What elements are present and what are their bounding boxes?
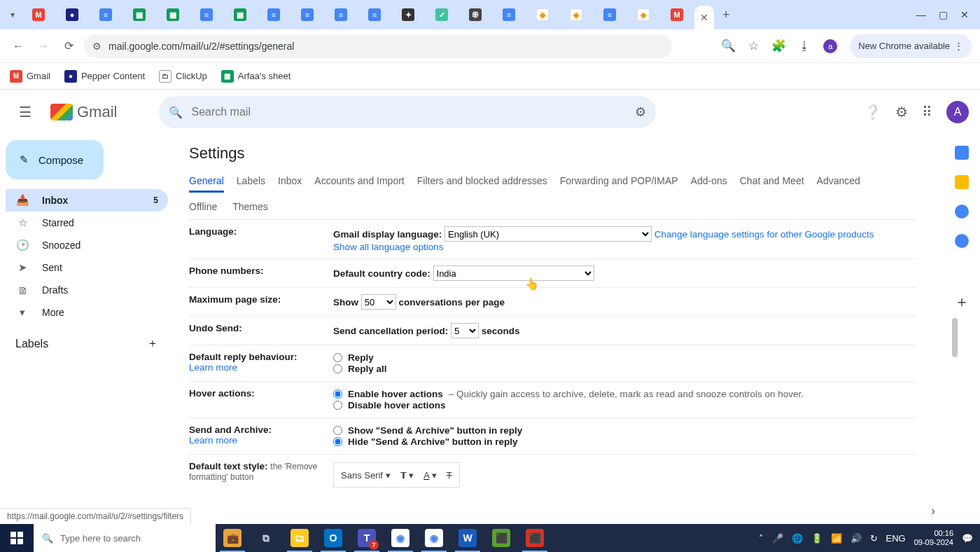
tray-overflow-icon[interactable]: ˄ bbox=[759, 533, 764, 544]
sidepanel-collapse-icon[interactable]: › bbox=[931, 504, 935, 518]
tab-favicon[interactable]: ● bbox=[66, 8, 78, 21]
contacts-icon[interactable] bbox=[955, 234, 969, 248]
tab-inbox[interactable]: Inbox bbox=[278, 171, 302, 193]
tab-favicon-docs[interactable]: ≡ bbox=[267, 8, 280, 21]
sidebar-item-starred[interactable]: ☆Starred bbox=[6, 212, 168, 234]
add-label-icon[interactable]: ＋ bbox=[147, 336, 158, 351]
enable-hover-radio[interactable] bbox=[333, 389, 342, 399]
tab-themes[interactable]: Themes bbox=[232, 197, 268, 216]
bookmark-star-icon[interactable]: ☆ bbox=[748, 39, 759, 53]
sidebar-item-drafts[interactable]: 🗎Drafts bbox=[6, 279, 168, 301]
taskbar-app-recorder[interactable]: ⬛ bbox=[518, 524, 552, 552]
taskbar-app-word[interactable]: W bbox=[451, 524, 484, 552]
disable-hover-radio[interactable] bbox=[333, 401, 342, 410]
undo-select[interactable]: 5 bbox=[451, 323, 479, 338]
page-size-select[interactable]: 50 bbox=[361, 294, 396, 310]
learn-more-link[interactable]: Learn more bbox=[189, 362, 333, 373]
support-icon[interactable]: ❔ bbox=[864, 104, 881, 120]
bookmark-sheet[interactable]: ▦ Arfaa's sheet bbox=[221, 70, 290, 83]
compose-button[interactable]: ✎ Compose bbox=[6, 140, 104, 179]
country-select[interactable]: India bbox=[433, 265, 594, 281]
show-all-languages-link[interactable]: Show all language options bbox=[333, 242, 444, 252]
tab-general[interactable]: General bbox=[189, 171, 224, 193]
tab-accounts-and-import[interactable]: Accounts and Import bbox=[314, 171, 404, 193]
account-avatar[interactable]: A bbox=[946, 101, 969, 123]
taskbar-app-chrome-2[interactable]: ◉ bbox=[417, 524, 451, 552]
tab-favicon[interactable]: ◆ bbox=[536, 8, 549, 21]
volume-icon[interactable]: 🔊 bbox=[850, 533, 862, 544]
taskbar-search[interactable]: 🔍 Type here to search bbox=[34, 524, 216, 552]
search-input[interactable] bbox=[191, 106, 626, 118]
gmail-logo[interactable]: Gmail bbox=[50, 103, 117, 121]
maximize-button[interactable]: ▢ bbox=[939, 9, 948, 20]
scrollbar-thumb[interactable] bbox=[952, 318, 958, 357]
chrome-update-pill[interactable]: New Chrome available ⋮ bbox=[850, 34, 972, 58]
sidebar-item-more[interactable]: ▾More bbox=[6, 301, 168, 324]
reload-button[interactable]: ⟳ bbox=[59, 39, 78, 53]
tab-favicon-docs[interactable]: ≡ bbox=[99, 8, 112, 21]
extensions-icon[interactable]: 🧩 bbox=[771, 39, 786, 53]
change-language-link[interactable]: Change language settings for other Googl… bbox=[654, 229, 874, 240]
tab-favicon[interactable]: ◆ bbox=[570, 8, 582, 21]
bookmark-clickup[interactable]: 🗀 ClickUp bbox=[159, 70, 207, 83]
tab-favicon[interactable]: ◆ bbox=[637, 8, 650, 21]
sidebar-item-inbox[interactable]: 📥Inbox5 bbox=[6, 189, 168, 212]
tab-favicon-docs[interactable]: ≡ bbox=[200, 8, 213, 21]
remove-formatting-icon[interactable]: T bbox=[447, 470, 452, 481]
minimize-button[interactable]: — bbox=[916, 9, 926, 20]
close-window-button[interactable]: ✕ bbox=[960, 9, 969, 20]
address-bar[interactable]: ⚙ mail.google.com/mail/u/2/#settings/gen… bbox=[84, 34, 672, 58]
taskbar-app-explorer[interactable]: 💼 bbox=[216, 524, 249, 552]
google-apps-icon[interactable]: ⠿ bbox=[922, 104, 932, 120]
close-tab-icon[interactable]: ✕ bbox=[700, 12, 708, 23]
site-info-icon[interactable]: ⚙ bbox=[92, 41, 102, 52]
tab-favicon-sheets[interactable]: ▦ bbox=[234, 8, 246, 21]
tab-favicon-sheets[interactable]: ▦ bbox=[167, 8, 179, 21]
new-tab-button[interactable]: + bbox=[715, 8, 737, 22]
notifications-icon[interactable]: 💬 bbox=[962, 533, 973, 544]
tab-add-ons[interactable]: Add-ons bbox=[691, 171, 727, 193]
active-tab[interactable]: ✕ bbox=[694, 6, 714, 29]
font-size-dropdown[interactable]: 𝗧 ▾ bbox=[400, 470, 414, 481]
tab-favicon[interactable]: ✦ bbox=[402, 8, 414, 21]
tab-favicon-docs[interactable]: ≡ bbox=[301, 8, 314, 21]
start-button[interactable] bbox=[0, 524, 34, 552]
search-options-icon[interactable]: ⚙ bbox=[635, 104, 646, 120]
battery-icon[interactable]: 🔋 bbox=[811, 533, 822, 544]
bookmark-pepper[interactable]: ● Pepper Content bbox=[64, 70, 145, 83]
tab-overflow-caret[interactable]: ▾ bbox=[4, 10, 21, 20]
show-send-archive-radio[interactable] bbox=[333, 426, 342, 435]
tab-chat-and-meet[interactable]: Chat and Meet bbox=[740, 171, 804, 193]
tab-favicon-gmail[interactable]: M bbox=[671, 8, 683, 21]
hide-send-archive-radio[interactable] bbox=[333, 437, 342, 446]
calendar-icon[interactable] bbox=[955, 146, 969, 160]
hamburger-menu-icon[interactable]: ☰ bbox=[11, 104, 39, 120]
search-bar[interactable]: 🔍 ⚙ bbox=[159, 96, 656, 128]
tasks-icon[interactable] bbox=[955, 205, 969, 219]
kebab-menu-icon[interactable]: ⋮ bbox=[954, 41, 963, 51]
reply-all-radio[interactable] bbox=[333, 364, 342, 373]
sync-icon[interactable]: ↻ bbox=[870, 533, 878, 544]
chrome-profile-avatar[interactable]: a bbox=[823, 39, 837, 53]
font-family-dropdown[interactable]: Sans Serif ▾ bbox=[341, 470, 391, 481]
downloads-icon[interactable]: ⭳ bbox=[799, 39, 811, 53]
tab-filters-and-blocked-addresses[interactable]: Filters and blocked addresses bbox=[417, 171, 547, 193]
language-indicator[interactable]: ENG bbox=[886, 533, 906, 544]
tab-favicon-docs[interactable]: ≡ bbox=[503, 8, 515, 21]
tab-favicon[interactable]: ✓ bbox=[435, 8, 448, 21]
taskbar-app-taskview[interactable]: ⧉ bbox=[249, 524, 283, 552]
tab-advanced[interactable]: Advanced bbox=[817, 171, 860, 193]
tab-favicon-sheets[interactable]: ▦ bbox=[133, 8, 146, 21]
keep-icon[interactable] bbox=[955, 175, 969, 189]
language-select[interactable]: English (UK) bbox=[444, 226, 652, 242]
tab-labels[interactable]: Labels bbox=[237, 171, 265, 193]
tab-favicon-docs[interactable]: ≡ bbox=[368, 8, 381, 21]
learn-more-link[interactable]: Learn more bbox=[189, 435, 333, 446]
tab-favicon-docs[interactable]: ≡ bbox=[603, 8, 616, 21]
taskbar-app-teams[interactable]: T7 bbox=[350, 524, 384, 552]
settings-gear-icon[interactable]: ⚙ bbox=[895, 104, 908, 120]
tab-favicon-openai[interactable]: ֍ bbox=[469, 8, 482, 21]
bookmark-gmail[interactable]: M Gmail bbox=[10, 70, 50, 83]
globe-icon[interactable]: 🌐 bbox=[792, 533, 803, 544]
taskbar-clock[interactable]: 00:16 09-09-2024 bbox=[914, 529, 953, 547]
